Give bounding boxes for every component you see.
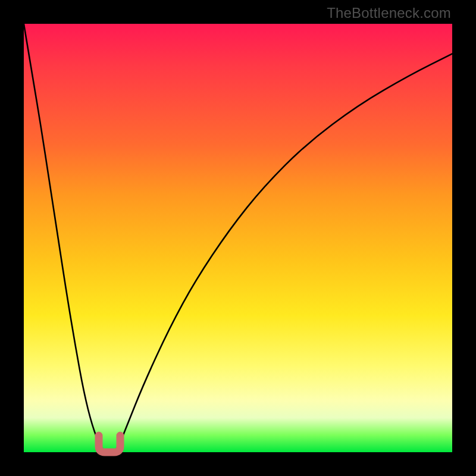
chart-frame: TheBottleneck.com <box>0 0 476 476</box>
chart-plot-area <box>24 24 452 452</box>
chart-svg <box>24 24 452 452</box>
watermark-text: TheBottleneck.com <box>327 5 451 21</box>
bottleneck-curve-path <box>24 24 452 452</box>
min-marker-u-shape <box>99 436 120 452</box>
